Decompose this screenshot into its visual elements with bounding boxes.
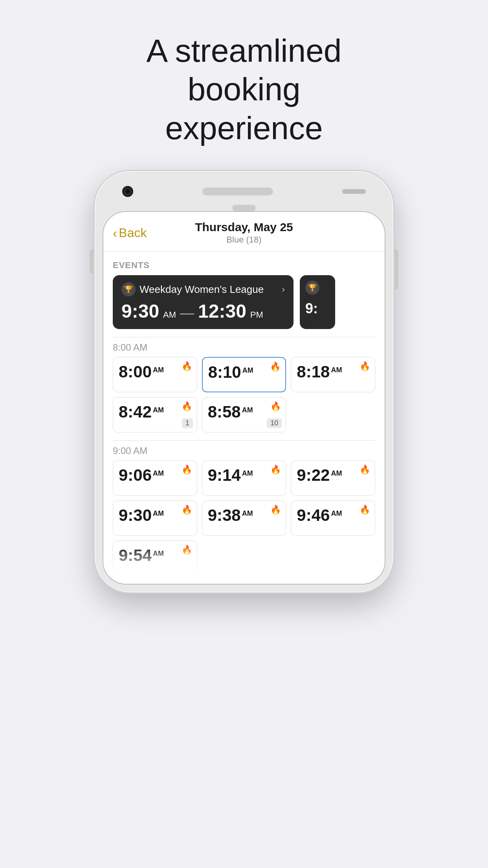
side-button-right (395, 250, 398, 289)
time-value-922: 9:22 (297, 467, 330, 484)
time-ampm-938: AM (242, 509, 253, 518)
phone-sensor (342, 189, 366, 194)
event-card-primary[interactable]: 🏆 Weekday Women's League › 9:30 AM — 12:… (113, 275, 294, 329)
event-title-row: 🏆 Weekday Women's League (121, 282, 264, 296)
phone-home-indicator (232, 205, 256, 211)
back-button[interactable]: ‹ Back (113, 225, 147, 241)
time-value-946: 9:46 (297, 507, 330, 524)
time-value-810: 8:10 (208, 364, 241, 381)
time-slot-914[interactable]: 9:14 AM 🔥 (202, 460, 286, 496)
time-value-938: 9:38 (208, 507, 241, 524)
time-value-858: 8:58 (208, 404, 241, 420)
time-ampm-930: AM (153, 509, 164, 518)
flame-icon-818: 🔥 (360, 361, 370, 371)
back-label: Back (119, 226, 147, 240)
event-card-secondary[interactable]: 🏆 9: (300, 275, 335, 329)
time-value-930: 9:30 (119, 507, 152, 524)
flame-icon-858: 🔥 (270, 401, 281, 412)
time-slot-930[interactable]: 9:30 AM 🔥 (113, 500, 197, 536)
header-center: Thursday, May 25 Blue (18) (195, 221, 293, 245)
event-chevron-icon: › (282, 284, 285, 295)
time-slot-858[interactable]: 8:58 AM 🔥 10 (202, 397, 286, 432)
side-button-left (90, 250, 93, 273)
headline-line1: A streamlined booking (147, 33, 342, 107)
time-ampm-906: AM (153, 469, 164, 478)
trophy-icon-secondary: 🏆 (305, 281, 319, 295)
badge-842: 1 (182, 418, 193, 428)
time-section-8am-label: 8:00 AM (113, 337, 375, 357)
events-section-label: EVENTS (103, 252, 385, 275)
events-scroll: 🏆 Weekday Women's League › 9:30 AM — 12:… (103, 275, 385, 337)
time-ampm-946: AM (331, 509, 342, 518)
flame-icon-842: 🔥 (182, 401, 192, 412)
time-slot-938[interactable]: 9:38 AM 🔥 (202, 500, 286, 536)
app-container: ‹ Back Thursday, May 25 Blue (18) EVENTS… (103, 212, 385, 576)
phone-screen: ‹ Back Thursday, May 25 Blue (18) EVENTS… (103, 211, 385, 585)
phone-camera (122, 186, 133, 197)
back-chevron-icon: ‹ (113, 225, 117, 241)
flame-icon-800: 🔥 (182, 361, 192, 371)
event-end-time: 12:30 (198, 300, 246, 322)
trophy-icon: 🏆 (121, 282, 136, 296)
time-value-954: 9:54 (119, 547, 152, 564)
flame-icon-914: 🔥 (270, 465, 281, 475)
time-slot-906[interactable]: 9:06 AM 🔥 (113, 460, 197, 496)
time-slot-954[interactable]: 9:54 AM 🔥 (113, 541, 197, 576)
time-ampm-818: AM (331, 366, 342, 374)
header-date: Thursday, May 25 (195, 221, 293, 234)
time-section-9am: 9:00 AM 9:06 AM 🔥 9:14 AM 🔥 (103, 440, 385, 576)
time-slot-946[interactable]: 9:46 AM 🔥 (291, 500, 375, 536)
time-ampm-858: AM (242, 406, 253, 414)
app-header: ‹ Back Thursday, May 25 Blue (18) (103, 212, 385, 252)
headline-line2: experience (165, 110, 323, 146)
event-start-time: 9:30 (121, 300, 159, 322)
flame-icon-954: 🔥 (182, 545, 192, 555)
time-value-906: 9:06 (119, 467, 152, 484)
time-slot-842[interactable]: 8:42 AM 🔥 1 (113, 397, 197, 432)
time-ampm-922: AM (331, 469, 342, 478)
time-grid-9am: 9:06 AM 🔥 9:14 AM 🔥 9:22 AM 🔥 (113, 460, 375, 576)
time-ampm-914: AM (242, 469, 253, 478)
time-section-8am: 8:00 AM 8:00 AM 🔥 8:10 AM 🔥 (103, 337, 385, 432)
header-subtitle: Blue (18) (195, 235, 293, 245)
event-time-dash: — (180, 305, 194, 321)
time-value-914: 9:14 (208, 467, 241, 484)
phone-speaker (202, 188, 273, 195)
event-end-ampm: PM (250, 310, 263, 320)
flame-icon-810: 🔥 (270, 362, 281, 372)
page-headline: A streamlined booking experience (106, 31, 382, 147)
time-slot-818[interactable]: 8:18 AM 🔥 (291, 357, 375, 392)
event-card-secondary-time: 9: (305, 300, 330, 317)
time-ampm-800: AM (153, 366, 164, 374)
event-title: Weekday Women's League (139, 283, 264, 296)
time-slot-922[interactable]: 9:22 AM 🔥 (291, 460, 375, 496)
time-value-800: 8:00 (119, 364, 152, 380)
event-times: 9:30 AM — 12:30 PM (121, 299, 285, 322)
phone-shell: ‹ Back Thursday, May 25 Blue (18) EVENTS… (95, 171, 393, 592)
flame-icon-906: 🔥 (182, 465, 192, 475)
event-card-header: 🏆 Weekday Women's League › (121, 282, 285, 296)
phone-top-bar (103, 179, 385, 202)
flame-icon-946: 🔥 (360, 505, 370, 515)
time-grid-8am: 8:00 AM 🔥 8:10 AM 🔥 8:18 AM 🔥 (113, 357, 375, 432)
time-value-818: 8:18 (297, 364, 330, 380)
event-start-ampm: AM (163, 310, 176, 320)
badge-858: 10 (267, 418, 282, 428)
flame-icon-930: 🔥 (182, 505, 192, 515)
time-ampm-842: AM (153, 406, 164, 414)
flame-icon-922: 🔥 (360, 465, 370, 475)
time-value-842: 8:42 (119, 404, 152, 420)
time-ampm-810: AM (242, 366, 253, 375)
time-section-9am-label: 9:00 AM (113, 440, 375, 460)
time-slot-800[interactable]: 8:00 AM 🔥 (113, 357, 197, 392)
time-ampm-954: AM (153, 550, 164, 558)
flame-icon-938: 🔥 (270, 505, 281, 515)
time-slot-810[interactable]: 8:10 AM 🔥 (202, 357, 286, 392)
